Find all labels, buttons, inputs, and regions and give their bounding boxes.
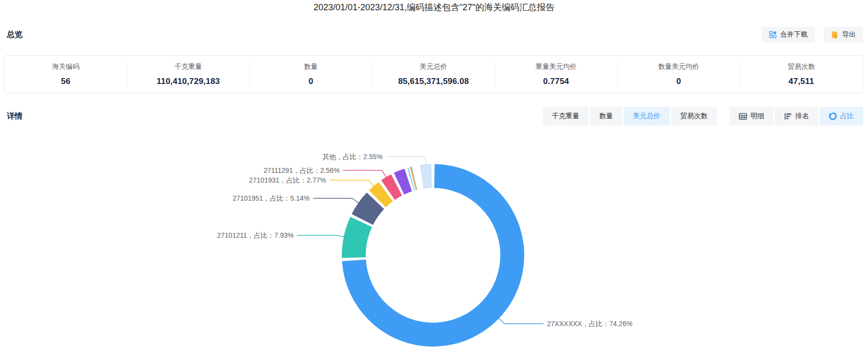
donut-segment-27101211[interactable] [342,217,372,258]
donut-label-27101931: 27101931，占比：2.77% [249,176,326,184]
stat-label: 海关编码 [4,62,127,71]
donut-segment-27XXXXXX[interactable] [342,164,524,347]
tab-quantity[interactable]: 数量 [590,107,622,125]
donut-leader-line-27111291 [343,170,386,178]
stat-label: 数量 [250,62,372,71]
tab-detail-view[interactable]: 明细 [730,107,773,125]
tab-label: 排名 [795,112,809,121]
donut-label-其他: 其他，占比：2.55% [322,153,383,161]
stat-value: 0 [617,77,740,86]
donut-label-27111291: 27111291，占比：2.56% [263,166,339,174]
overview-actions: 合并下载 导出 [762,27,863,42]
donut-leader-line-27101951 [313,198,359,203]
table-icon [739,113,747,120]
stat-kg-weight: 千克重量 110,410,729,183 [127,62,249,86]
tab-share-view[interactable]: 占比 [820,107,863,125]
merge-download-button[interactable]: 合并下载 [762,27,815,42]
pie-icon [829,112,837,120]
overview-header: 总览 合并下载 导出 [7,25,863,44]
stat-usd-per-quantity: 数量美元均价 0 [617,62,740,86]
page-title: 2023/01/01-2023/12/31,编码描述包含"27"的海关编码汇总报… [0,1,868,14]
export-icon [831,31,839,39]
overview-heading: 总览 [7,30,22,40]
donut-leader-line-27101931 [330,180,374,186]
stat-value: 47,511 [740,77,863,86]
donut-leader-line-27XXXXXX [499,318,544,324]
export-button[interactable]: 导出 [824,27,863,42]
stat-label: 美元总价 [372,62,494,71]
tab-label: 贸易次数 [680,112,708,121]
donut-segment-unlabeled-11[interactable] [414,165,421,189]
tab-label: 千克重量 [552,112,579,121]
stat-label: 数量美元均价 [617,62,740,71]
stat-trade-count: 贸易次数 47,511 [740,62,863,86]
stat-label: 贸易次数 [740,62,863,71]
donut-label-27101211: 27101211，占比：7.93% [217,231,294,239]
stat-value: 0.7754 [495,77,617,86]
tab-usd-total[interactable]: 美元总价 [624,107,670,125]
merge-download-label: 合并下载 [780,30,808,39]
tab-label: 美元总价 [633,112,660,121]
tab-trade-count[interactable]: 贸易次数 [671,107,717,125]
donut-leader-line-27101211 [297,235,344,237]
tab-ranking-view[interactable]: 排名 [775,107,818,125]
donut-segment-其他[interactable] [420,164,432,188]
tab-label: 占比 [840,112,854,121]
donut-leader-line-其他 [386,157,426,165]
tab-label: 明细 [750,112,764,121]
stat-customs-code: 海关编码 56 [4,62,127,86]
view-tab-group: 明细 排名 [730,107,863,125]
stat-label: 重量美元均价 [495,62,617,71]
stat-value: 0 [250,77,372,86]
detail-tab-groups: 千克重量 数量 美元总价 贸易次数 [543,107,863,125]
overview-stats-card: 海关编码 56 千克重量 110,410,729,183 数量 0 美元总价 8… [4,55,863,93]
stat-value: 56 [4,77,127,86]
donut-label-27101951: 27101951，占比：5.14% [233,194,310,202]
stat-value: 85,615,371,596.08 [372,77,494,86]
tab-kg-weight[interactable]: 千克重量 [543,107,589,125]
stat-usd-total: 美元总价 85,615,371,596.08 [372,62,494,86]
metric-tab-group: 千克重量 数量 美元总价 贸易次数 [543,107,717,125]
stat-value: 110,410,729,183 [127,77,249,86]
stat-quantity: 数量 0 [250,62,372,86]
donut-chart: 27XXXXXX，占比：74.26%27101211，占比：7.93%27101… [0,125,868,350]
export-label: 导出 [842,30,856,39]
detail-heading: 详情 [7,111,22,122]
stat-label: 千克重量 [127,62,249,71]
stat-usd-per-weight: 重量美元均价 0.7754 [495,62,617,86]
ranking-icon [784,113,792,120]
merge-download-icon [769,31,777,39]
detail-header: 详情 千克重量 数量 美元总价 贸易次数 [7,107,863,125]
donut-label-27XXXXXX: 27XXXXXX，占比：74.26% [547,320,632,328]
tab-label: 数量 [599,112,613,121]
donut-chart-svg: 27XXXXXX，占比：74.26%27101211，占比：7.93%27101… [0,125,868,350]
